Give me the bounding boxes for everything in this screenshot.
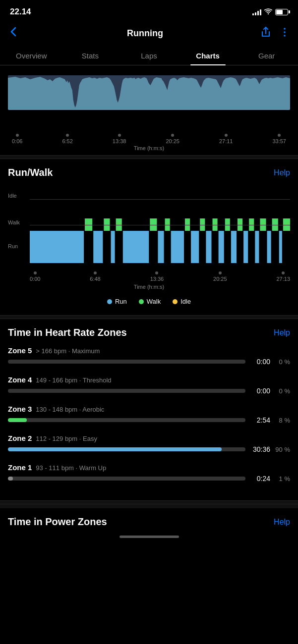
tab-charts[interactable]: Charts [179, 47, 238, 65]
hr-zone-3-bar-row: 2:54 8 % [8, 416, 290, 424]
x-label-1: 6:52 [62, 134, 72, 144]
top-chart: 25 [0, 75, 298, 130]
hr-zone-5-time: 0:00 [249, 358, 270, 366]
svg-rect-8 [84, 231, 93, 263]
battery-icon [275, 9, 288, 15]
back-button[interactable] [8, 26, 30, 41]
hr-zone-5-pct: 0 % [274, 358, 290, 366]
tab-gear[interactable]: Gear [237, 47, 296, 65]
x-label-2: 13:38 [113, 134, 126, 144]
svg-rect-26 [248, 231, 255, 263]
runwalk-bars [30, 186, 290, 266]
chart-svg [8, 75, 290, 110]
more-button[interactable] [279, 27, 290, 40]
hr-zone-4-bar-bg [8, 389, 245, 393]
legend-idle-dot [173, 299, 178, 304]
hr-zones-help[interactable]: Help [274, 328, 290, 337]
hr-zone-1-name: Zone 1 [8, 463, 32, 472]
hr-zone-3-time: 2:54 [249, 416, 270, 424]
hr-zone-3-desc: 130 - 148 bpm · Aerobic [36, 406, 104, 413]
hr-zone-1-desc: 93 - 111 bpm · Warm Up [36, 464, 106, 472]
y-label-walk: Walk [8, 219, 20, 225]
top-chart-x-labels: 0:06 6:52 13:38 20:25 27:11 33:57 [8, 132, 290, 144]
hr-zone-1-bar-row: 0:24 1 % [8, 475, 290, 483]
hr-zone-2: Zone 2 112 - 129 bpm · Easy 30:36 90 % [8, 434, 290, 453]
hr-zone-2-bar-bg [8, 447, 245, 451]
page-title: Running [127, 28, 163, 39]
svg-rect-24 [237, 231, 243, 263]
hr-zone-4-pct: 0 % [274, 387, 290, 395]
svg-rect-14 [164, 231, 171, 263]
hr-zone-1-time: 0:24 [249, 475, 270, 483]
hr-zones-header: Time in Heart Rate Zones Help [8, 327, 290, 338]
hr-zone-3-bar-fill [8, 418, 27, 422]
hr-zone-5-name: Zone 5 [8, 346, 32, 355]
header-actions [260, 27, 290, 40]
svg-rect-18 [199, 231, 206, 263]
tab-laps[interactable]: Laps [119, 47, 179, 65]
hr-zone-3-header: Zone 3 130 - 148 bpm · Aerobic [8, 405, 290, 413]
y-label-run: Run [8, 243, 18, 249]
runwalk-section: Run/Walk Help Idle Walk Run [0, 159, 298, 315]
home-indicator-bar [119, 536, 179, 538]
x-label-3: 20:25 [166, 134, 179, 144]
hr-zone-2-pct: 90 % [274, 446, 290, 453]
status-time: 22.14 [10, 7, 31, 17]
home-indicator [0, 532, 298, 540]
rw-x-label-0: 0:00 [30, 271, 40, 282]
runwalk-header: Run/Walk Help [8, 167, 290, 178]
runwalk-chart: Idle Walk Run [8, 186, 290, 266]
hr-zone-3-pct: 8 % [274, 417, 290, 424]
hr-zone-2-desc: 112 - 129 bpm · Easy [36, 435, 97, 442]
rw-x-label-4: 27:13 [276, 271, 290, 282]
svg-rect-22 [224, 231, 231, 263]
svg-point-1 [284, 28, 286, 30]
hr-zone-2-header: Zone 2 112 - 129 bpm · Easy [8, 434, 290, 442]
runwalk-axis-title: Time (h:m:s) [8, 282, 290, 294]
hr-zone-2-bar-row: 30:36 90 % [8, 445, 290, 453]
signal-icon [252, 8, 261, 15]
status-icons [252, 8, 288, 16]
legend-idle: Idle [173, 298, 191, 305]
hr-zone-1-bar-fill [8, 477, 13, 481]
hr-zone-5-header: Zone 5 > 166 bpm · Maximum [8, 346, 290, 355]
tab-stats[interactable]: Stats [61, 47, 120, 65]
hr-zone-2-name: Zone 2 [8, 434, 32, 442]
hr-zone-5-bar-row: 0:00 0 % [8, 358, 290, 366]
runwalk-y-labels: Idle Walk Run [8, 186, 30, 266]
runwalk-x-labels: 0:00 6:48 13:36 20:25 27:13 [30, 269, 290, 282]
share-button[interactable] [260, 27, 271, 40]
hr-zone-5-desc: > 166 bpm · Maximum [36, 347, 100, 355]
hr-zones-section: Time in Heart Rate Zones Help [0, 319, 298, 338]
top-chart-bars [8, 75, 290, 110]
hr-zone-4-header: Zone 4 149 - 166 bpm · Threshold [8, 376, 290, 384]
legend-walk: Walk [139, 298, 161, 305]
header: Running [0, 22, 298, 47]
runwalk-help[interactable]: Help [274, 168, 290, 177]
hr-zone-3-name: Zone 3 [8, 405, 32, 413]
runwalk-title: Run/Walk [8, 167, 53, 178]
x-label-0: 0:06 [12, 134, 22, 144]
svg-rect-12 [149, 231, 158, 263]
rw-x-label-2: 13:36 [150, 271, 164, 282]
svg-point-2 [284, 31, 286, 33]
wifi-icon [264, 8, 272, 16]
runwalk-legend: Run Walk Idle [8, 294, 290, 311]
status-bar: 22.14 [0, 0, 298, 22]
hr-zone-3: Zone 3 130 - 148 bpm · Aerobic 2:54 8 % [8, 405, 290, 424]
power-zones-section: Time in Power Zones Help [0, 504, 298, 532]
power-zones-help[interactable]: Help [274, 518, 290, 527]
svg-rect-32 [282, 231, 290, 263]
legend-run-dot [107, 299, 112, 304]
hr-zone-1-bar-bg [8, 477, 245, 481]
svg-rect-20 [211, 231, 218, 263]
top-chart-x-axis: 0:06 6:52 13:38 20:25 27:11 33:57 Time (… [0, 132, 298, 155]
x-label-5: 33:57 [272, 134, 286, 144]
hr-zone-1-header: Zone 1 93 - 111 bpm · Warm Up [8, 463, 290, 472]
hr-zones-title: Time in Heart Rate Zones [8, 327, 127, 338]
power-zones-title: Time in Power Zones [8, 516, 107, 528]
svg-point-0 [268, 13, 269, 14]
rw-x-label-1: 6:48 [90, 271, 100, 282]
tab-overview[interactable]: Overview [2, 47, 61, 65]
svg-point-3 [284, 35, 286, 37]
